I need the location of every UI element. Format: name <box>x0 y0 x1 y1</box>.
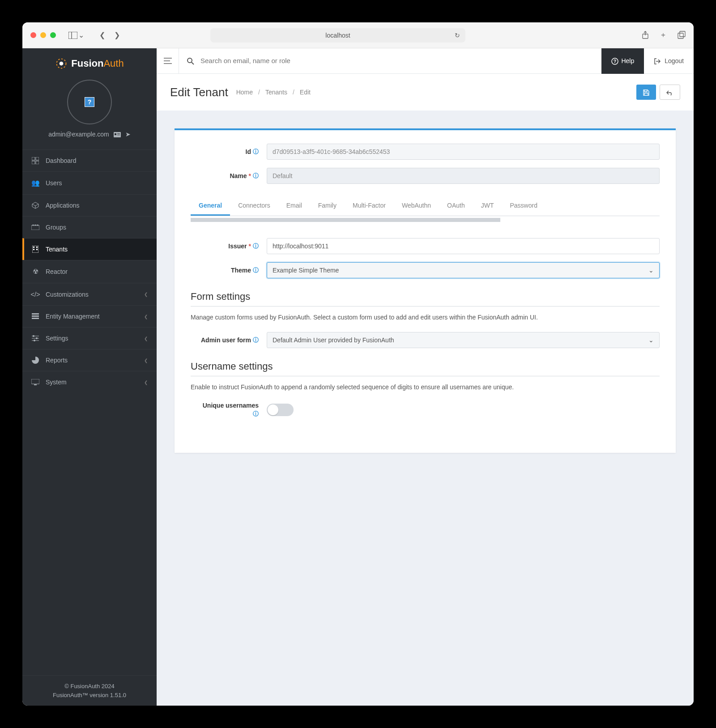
svg-rect-10 <box>117 135 120 135</box>
browser-window: ⌄ ❮ ❯ localhost ↻ ＋ <box>22 22 694 706</box>
info-icon[interactable]: ⓘ <box>253 242 259 250</box>
svg-text:?: ? <box>614 59 616 64</box>
svg-point-38 <box>188 58 192 63</box>
window-close-icon[interactable] <box>30 32 36 38</box>
svg-rect-8 <box>115 133 116 135</box>
chevron-left-icon: ❮ <box>144 358 148 363</box>
pie-chart-icon <box>31 357 39 364</box>
tab-connectors[interactable]: Connectors <box>230 196 278 216</box>
svg-point-30 <box>36 337 38 339</box>
address-bar[interactable]: localhost ↻ <box>210 28 465 43</box>
svg-rect-33 <box>31 379 39 384</box>
save-button[interactable] <box>636 85 656 100</box>
chevron-down-icon: ⌄ <box>648 267 654 274</box>
nav-label: Entity Management <box>46 313 138 320</box>
tabs-icon[interactable] <box>678 30 686 40</box>
svg-rect-25 <box>32 315 39 317</box>
avatar-placeholder-icon: ? <box>85 97 94 107</box>
theme-select[interactable]: Example Simple Theme ⌄ <box>267 262 660 278</box>
tab-multi-factor[interactable]: Multi-Factor <box>345 196 394 216</box>
tab-email[interactable]: Email <box>278 196 310 216</box>
help-button[interactable]: ? Help <box>601 48 644 74</box>
breadcrumb-edit: Edit <box>300 89 311 96</box>
logout-button[interactable]: Logout <box>644 48 694 74</box>
window-zoom-icon[interactable] <box>50 32 56 38</box>
sidebar-item-reactor[interactable]: ☢ Reactor <box>22 260 157 283</box>
svg-point-28 <box>33 335 34 337</box>
logout-icon <box>654 57 661 64</box>
tab-jwt[interactable]: JWT <box>473 196 502 216</box>
info-icon[interactable]: ⓘ <box>253 148 259 156</box>
back-button[interactable] <box>660 85 680 100</box>
breadcrumb-home[interactable]: Home <box>236 89 253 96</box>
svg-rect-20 <box>33 247 34 248</box>
unique-usernames-label: Unique usernames <box>203 402 259 409</box>
chevron-down-icon: ⌄ <box>648 336 654 344</box>
help-label: Help <box>621 57 634 64</box>
copyright: © FusionAuth 2024 <box>29 682 150 691</box>
share-icon[interactable] <box>642 30 649 40</box>
sidebar-item-reports[interactable]: Reports ❮ <box>22 349 157 371</box>
sidebar-item-dashboard[interactable]: Dashboard <box>22 149 157 171</box>
search-input[interactable] <box>200 57 593 64</box>
database-icon <box>31 313 39 319</box>
window-minimize-icon[interactable] <box>40 32 46 38</box>
name-field[interactable] <box>267 168 660 184</box>
unique-usernames-toggle[interactable] <box>267 404 294 416</box>
logo-icon <box>55 57 68 70</box>
nav-label: System <box>46 379 138 386</box>
svg-point-6 <box>60 62 64 66</box>
sidebar-toggle-icon[interactable]: ⌄ <box>68 31 84 39</box>
new-tab-icon[interactable]: ＋ <box>660 30 667 40</box>
svg-rect-26 <box>32 318 39 319</box>
browser-forward-icon[interactable]: ❯ <box>114 31 120 39</box>
svg-rect-0 <box>68 32 77 39</box>
topbar: ? Help Logout <box>157 48 694 74</box>
tab-general[interactable]: General <box>191 196 230 216</box>
sidebar-item-users[interactable]: 👥 Users <box>22 171 157 194</box>
info-icon[interactable]: ⓘ <box>253 410 259 418</box>
username-settings-title: Username settings <box>191 361 660 376</box>
form-settings-description: Manage custom forms used by FusionAuth. … <box>191 313 660 322</box>
sidebar-item-applications[interactable]: Applications <box>22 194 157 216</box>
breadcrumb-tenants[interactable]: Tenants <box>265 89 287 96</box>
location-arrow-icon[interactable]: ➤ <box>125 131 131 138</box>
svg-rect-34 <box>34 384 37 385</box>
logout-label: Logout <box>665 57 684 64</box>
required-marker: * <box>249 172 251 179</box>
sidebar-item-entity-management[interactable]: Entity Management ❮ <box>22 305 157 327</box>
traffic-lights <box>30 32 56 38</box>
issuer-field[interactable] <box>267 238 660 254</box>
svg-rect-4 <box>680 31 685 37</box>
chevron-left-icon: ❮ <box>144 336 148 341</box>
refresh-icon[interactable]: ↻ <box>455 32 460 39</box>
admin-user-form-select[interactable]: Default Admin User provided by FusionAut… <box>267 332 660 348</box>
info-icon[interactable]: ⓘ <box>253 336 259 344</box>
sidebar-item-system[interactable]: System ❮ <box>22 371 157 393</box>
required-marker: * <box>249 243 251 250</box>
info-icon[interactable]: ⓘ <box>253 266 259 274</box>
info-icon[interactable]: ⓘ <box>253 172 259 180</box>
toggle-knob <box>268 404 278 415</box>
svg-rect-22 <box>33 249 34 250</box>
svg-rect-23 <box>36 249 38 250</box>
sidebar-item-settings[interactable]: Settings ❮ <box>22 327 157 349</box>
tab-password[interactable]: Password <box>502 196 545 216</box>
sidebar-item-customizations[interactable]: </> Customizations ❮ <box>22 283 157 305</box>
nav-label: Tenants <box>46 246 148 253</box>
tab-webauthn[interactable]: WebAuthn <box>394 196 439 216</box>
menu-toggle-icon[interactable] <box>157 48 179 73</box>
svg-rect-13 <box>32 161 35 164</box>
tab-scroll-indicator[interactable] <box>191 218 500 222</box>
nav-label: Groups <box>46 224 148 231</box>
user-email: admin@example.com <box>48 131 109 138</box>
tab-oauth[interactable]: OAuth <box>439 196 473 216</box>
sidebar-item-tenants[interactable]: Tenants <box>22 238 157 260</box>
sidebar-item-groups[interactable]: Groups <box>22 216 157 238</box>
nav-label: Dashboard <box>46 157 148 164</box>
id-card-icon[interactable] <box>114 131 121 138</box>
browser-back-icon[interactable]: ❮ <box>99 31 105 39</box>
tab-family[interactable]: Family <box>310 196 345 216</box>
issuer-label: Issuer <box>228 243 247 250</box>
code-icon: </> <box>31 290 39 298</box>
